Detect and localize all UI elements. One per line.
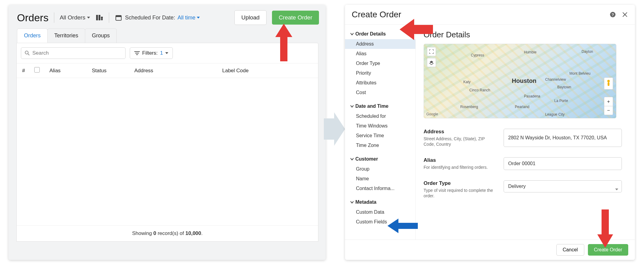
col-select-all[interactable] bbox=[34, 67, 49, 74]
search-box[interactable] bbox=[21, 47, 126, 59]
map-pegman[interactable] bbox=[604, 77, 613, 90]
filters-count: 1 bbox=[160, 50, 163, 56]
address-hint: Street Address, City, (State), ZIP Code,… bbox=[424, 136, 485, 147]
sidebar-item-time-zone[interactable]: Time Zone bbox=[345, 141, 415, 150]
sidebar-item-cost[interactable]: Cost bbox=[345, 88, 415, 97]
annotation-arrow-create-order bbox=[275, 24, 292, 61]
search-icon bbox=[25, 51, 29, 56]
chevron-down-icon bbox=[351, 158, 354, 161]
cancel-button[interactable]: Cancel bbox=[556, 244, 584, 256]
svg-rect-2 bbox=[101, 17, 103, 19]
orders-toolbar: Filters: 1 bbox=[17, 43, 318, 63]
filters-dropdown[interactable]: Filters: 1 bbox=[130, 47, 173, 59]
col-alias[interactable]: Alias bbox=[49, 68, 92, 74]
tab-orders[interactable]: Orders bbox=[17, 29, 48, 43]
tab-territories[interactable]: Territories bbox=[47, 29, 85, 43]
map-zoom-controls: + − bbox=[604, 97, 613, 115]
svg-marker-23 bbox=[597, 209, 613, 248]
order-type-select[interactable] bbox=[504, 180, 622, 192]
svg-rect-5 bbox=[116, 15, 121, 17]
sidebar-item-contact-info[interactable]: Contact Informa... bbox=[345, 184, 415, 193]
order-type-hint: Type of visit required to complete the o… bbox=[424, 188, 493, 198]
col-address[interactable]: Address bbox=[134, 68, 222, 74]
divider bbox=[109, 12, 109, 23]
alias-hint: For identifying and filtering orders. bbox=[424, 165, 488, 170]
chevron-down-icon bbox=[351, 105, 354, 108]
modal-header: Create Order ? bbox=[345, 5, 635, 25]
sidebar-section-metadata[interactable]: Metadata bbox=[345, 197, 415, 207]
form-row-order-type: Order Type Type of visit required to com… bbox=[424, 180, 627, 199]
svg-point-6 bbox=[25, 51, 28, 54]
col-label-code[interactable]: Label Code bbox=[222, 68, 313, 74]
svg-marker-11 bbox=[275, 24, 292, 61]
map-controls-tl bbox=[427, 47, 436, 67]
modal-content: Order Details Houston Cypress Humble Day… bbox=[415, 25, 635, 240]
chevron-down-icon bbox=[351, 201, 354, 204]
svg-text:?: ? bbox=[612, 12, 614, 17]
map-label-houston: Houston bbox=[512, 77, 536, 84]
help-icon[interactable]: ? bbox=[609, 11, 616, 18]
order-type-label: Order Type bbox=[424, 180, 496, 186]
map-zoom-out[interactable]: − bbox=[604, 106, 613, 115]
annotation-arrow-custom-data bbox=[387, 219, 418, 233]
annotation-arrow-submit bbox=[597, 209, 613, 248]
orders-table-header: # Alias Status Address Label Code bbox=[17, 63, 318, 78]
chevron-down-icon bbox=[165, 52, 168, 54]
search-input[interactable] bbox=[32, 50, 122, 56]
svg-rect-0 bbox=[96, 15, 98, 20]
scheduled-for-filter: Scheduled For Date: All time bbox=[115, 14, 200, 22]
sidebar-item-order-type[interactable]: Order Type bbox=[345, 59, 415, 68]
svg-point-19 bbox=[607, 80, 610, 82]
modal-sidebar: Order Details Address Alias Order Type P… bbox=[345, 25, 415, 240]
modal-footer: Cancel Create Order bbox=[345, 240, 635, 260]
map-brand: Google bbox=[426, 112, 438, 116]
alias-input[interactable] bbox=[504, 157, 622, 170]
page-title: Orders bbox=[17, 12, 49, 24]
map-zoom-in[interactable]: + bbox=[604, 97, 613, 106]
chevron-down-icon bbox=[351, 32, 354, 36]
sidebar-item-scheduled-for[interactable]: Scheduled for bbox=[345, 111, 415, 121]
upload-button[interactable]: Upload bbox=[234, 10, 267, 25]
close-icon[interactable] bbox=[622, 11, 628, 18]
address-label: Address bbox=[424, 129, 496, 135]
svg-marker-22 bbox=[387, 219, 418, 233]
svg-marker-17 bbox=[430, 61, 433, 63]
svg-line-7 bbox=[28, 54, 29, 55]
annotation-arrow-order-details bbox=[400, 19, 433, 40]
columns-icon[interactable] bbox=[96, 14, 103, 22]
form-row-address: Address Street Address, City, (State), Z… bbox=[424, 129, 627, 147]
sidebar-item-attributes[interactable]: Attributes bbox=[345, 78, 415, 88]
sidebar-item-alias[interactable]: Alias bbox=[345, 49, 415, 59]
chevron-down-icon bbox=[197, 17, 200, 19]
sidebar-item-priority[interactable]: Priority bbox=[345, 68, 415, 78]
chevron-down-icon bbox=[87, 17, 90, 19]
scheduled-label: Scheduled For Date: bbox=[125, 15, 175, 21]
form-row-alias: Alias For identifying and filtering orde… bbox=[424, 157, 627, 170]
scheduled-value-dropdown[interactable]: All time bbox=[177, 15, 200, 21]
sidebar-item-time-windows[interactable]: Time Windows bbox=[345, 121, 415, 131]
map-fullscreen-button[interactable] bbox=[427, 47, 436, 56]
sidebar-item-name[interactable]: Name bbox=[345, 174, 415, 184]
col-number: # bbox=[22, 68, 34, 74]
create-order-button[interactable]: Create Order bbox=[272, 11, 319, 25]
svg-rect-20 bbox=[608, 82, 609, 86]
orders-footer: Showing 0 record(s) of 10,000. bbox=[17, 225, 318, 241]
sidebar-item-group[interactable]: Group bbox=[345, 164, 415, 174]
divider bbox=[54, 12, 54, 23]
orders-filter-dropdown[interactable]: All Orders bbox=[60, 14, 90, 21]
filter-icon bbox=[134, 51, 140, 55]
modal-title: Create Order bbox=[352, 10, 401, 19]
address-input[interactable] bbox=[504, 129, 622, 147]
calendar-icon bbox=[115, 14, 122, 22]
map-layers-button[interactable] bbox=[427, 58, 436, 67]
col-status[interactable]: Status bbox=[92, 68, 134, 74]
sidebar-item-custom-data[interactable]: Custom Data bbox=[345, 207, 415, 217]
sidebar-item-address[interactable]: Address bbox=[345, 39, 415, 49]
svg-marker-12 bbox=[324, 112, 345, 146]
tab-groups[interactable]: Groups bbox=[85, 29, 117, 43]
svg-point-3 bbox=[101, 19, 103, 20]
sidebar-section-date-time[interactable]: Date and Time bbox=[345, 101, 415, 111]
sidebar-section-customer[interactable]: Customer bbox=[345, 154, 415, 164]
map[interactable]: Houston Cypress Humble Dayton Katy Pasad… bbox=[424, 44, 616, 118]
sidebar-item-service-time[interactable]: Service Time bbox=[345, 131, 415, 141]
